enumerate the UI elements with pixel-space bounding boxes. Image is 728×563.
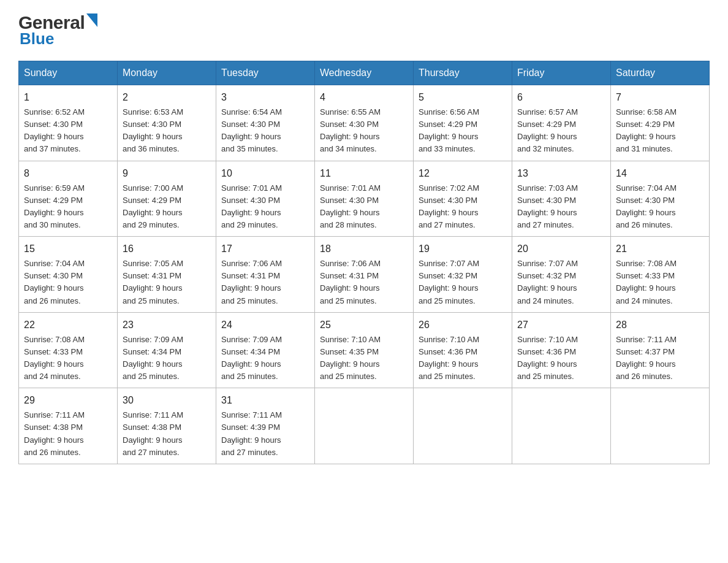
header-monday: Monday [118,61,216,85]
header-saturday: Saturday [611,61,710,85]
calendar-cell: 9 Sunrise: 7:00 AMSunset: 4:29 PMDayligh… [118,161,216,237]
day-number: 27 [517,318,605,332]
day-number: 11 [320,166,408,181]
calendar-cell: 20 Sunrise: 7:07 AMSunset: 4:32 PMDaylig… [512,237,611,313]
day-number: 23 [123,318,211,332]
calendar-cell: 16 Sunrise: 7:05 AMSunset: 4:31 PMDaylig… [118,237,216,313]
day-info: Sunrise: 6:53 AMSunset: 4:30 PMDaylight:… [123,107,183,153]
calendar-cell: 14 Sunrise: 7:04 AMSunset: 4:30 PMDaylig… [611,161,710,237]
day-info: Sunrise: 7:08 AMSunset: 4:33 PMDaylight:… [24,335,85,381]
day-number: 10 [221,166,309,181]
header-thursday: Thursday [414,61,512,85]
day-info: Sunrise: 7:11 AMSunset: 4:38 PMDaylight:… [24,410,85,456]
logo: General Blue [18,12,97,48]
day-info: Sunrise: 7:11 AMSunset: 4:39 PMDaylight:… [221,410,282,456]
day-number: 3 [221,90,309,105]
calendar-cell: 24 Sunrise: 7:09 AMSunset: 4:34 PMDaylig… [216,312,315,388]
day-info: Sunrise: 7:06 AMSunset: 4:31 PMDaylight:… [320,259,381,305]
calendar-cell: 11 Sunrise: 7:01 AMSunset: 4:30 PMDaylig… [315,161,414,237]
logo-blue-text: Blue [20,29,54,48]
day-number: 26 [419,318,507,332]
calendar-header-row: SundayMondayTuesdayWednesdayThursdayFrid… [19,61,710,85]
calendar-cell: 29 Sunrise: 7:11 AMSunset: 4:38 PMDaylig… [19,388,118,464]
calendar-cell: 2 Sunrise: 6:53 AMSunset: 4:30 PMDayligh… [118,85,216,161]
calendar-cell: 28 Sunrise: 7:11 AMSunset: 4:37 PMDaylig… [611,312,710,388]
day-info: Sunrise: 7:06 AMSunset: 4:31 PMDaylight:… [221,259,282,305]
day-number: 20 [517,242,605,256]
calendar-cell: 6 Sunrise: 6:57 AMSunset: 4:29 PMDayligh… [512,85,611,161]
calendar-cell: 17 Sunrise: 7:06 AMSunset: 4:31 PMDaylig… [216,237,315,313]
day-info: Sunrise: 6:56 AMSunset: 4:29 PMDaylight:… [419,107,479,153]
calendar-week-row: 1 Sunrise: 6:52 AMSunset: 4:30 PMDayligh… [19,85,710,161]
day-info: Sunrise: 7:09 AMSunset: 4:34 PMDaylight:… [221,335,282,381]
day-number: 18 [320,242,408,256]
day-info: Sunrise: 6:55 AMSunset: 4:30 PMDaylight:… [320,107,381,153]
day-number: 21 [616,242,704,256]
day-number: 5 [419,90,507,105]
calendar-cell: 26 Sunrise: 7:10 AMSunset: 4:36 PMDaylig… [414,312,512,388]
calendar-cell: 31 Sunrise: 7:11 AMSunset: 4:39 PMDaylig… [216,388,315,464]
calendar-cell [611,388,710,464]
calendar-week-row: 15 Sunrise: 7:04 AMSunset: 4:30 PMDaylig… [19,237,710,313]
day-number: 25 [320,318,408,332]
logo-triangle-icon [86,13,97,29]
day-info: Sunrise: 7:01 AMSunset: 4:30 PMDaylight:… [221,183,282,229]
day-number: 4 [320,90,408,105]
day-info: Sunrise: 7:11 AMSunset: 4:37 PMDaylight:… [616,335,677,381]
day-number: 22 [24,318,112,332]
day-number: 24 [221,318,309,332]
day-info: Sunrise: 7:05 AMSunset: 4:31 PMDaylight:… [123,259,183,305]
day-number: 19 [419,242,507,256]
day-info: Sunrise: 7:11 AMSunset: 4:38 PMDaylight:… [123,410,183,456]
calendar-cell: 5 Sunrise: 6:56 AMSunset: 4:29 PMDayligh… [414,85,512,161]
calendar-week-row: 29 Sunrise: 7:11 AMSunset: 4:38 PMDaylig… [19,388,710,464]
day-info: Sunrise: 6:57 AMSunset: 4:29 PMDaylight:… [517,107,578,153]
calendar-cell: 25 Sunrise: 7:10 AMSunset: 4:35 PMDaylig… [315,312,414,388]
day-number: 17 [221,242,309,256]
day-number: 7 [616,90,704,105]
header-wednesday: Wednesday [315,61,414,85]
calendar-cell: 18 Sunrise: 7:06 AMSunset: 4:31 PMDaylig… [315,237,414,313]
day-number: 28 [616,318,704,332]
day-number: 14 [616,166,704,181]
day-info: Sunrise: 6:54 AMSunset: 4:30 PMDaylight:… [221,107,282,153]
calendar-table: SundayMondayTuesdayWednesdayThursdayFrid… [18,61,710,464]
day-info: Sunrise: 7:10 AMSunset: 4:35 PMDaylight:… [320,335,381,381]
day-number: 29 [24,393,112,408]
day-number: 16 [123,242,211,256]
header-friday: Friday [512,61,611,85]
day-number: 6 [517,90,605,105]
svg-marker-0 [86,13,97,27]
day-number: 2 [123,90,211,105]
calendar-cell: 3 Sunrise: 6:54 AMSunset: 4:30 PMDayligh… [216,85,315,161]
calendar-cell: 27 Sunrise: 7:10 AMSunset: 4:36 PMDaylig… [512,312,611,388]
calendar-cell: 13 Sunrise: 7:03 AMSunset: 4:30 PMDaylig… [512,161,611,237]
header-sunday: Sunday [19,61,118,85]
calendar-cell: 23 Sunrise: 7:09 AMSunset: 4:34 PMDaylig… [118,312,216,388]
day-number: 13 [517,166,605,181]
day-info: Sunrise: 6:52 AMSunset: 4:30 PMDaylight:… [24,107,85,153]
day-info: Sunrise: 7:10 AMSunset: 4:36 PMDaylight:… [517,335,578,381]
day-info: Sunrise: 7:07 AMSunset: 4:32 PMDaylight:… [419,259,479,305]
day-info: Sunrise: 7:00 AMSunset: 4:29 PMDaylight:… [123,183,183,229]
day-info: Sunrise: 7:07 AMSunset: 4:32 PMDaylight:… [517,259,578,305]
day-info: Sunrise: 7:04 AMSunset: 4:30 PMDaylight:… [24,259,85,305]
calendar-cell: 10 Sunrise: 7:01 AMSunset: 4:30 PMDaylig… [216,161,315,237]
day-info: Sunrise: 6:59 AMSunset: 4:29 PMDaylight:… [24,183,85,229]
calendar-cell [315,388,414,464]
day-number: 30 [123,393,211,408]
day-number: 15 [24,242,112,256]
calendar-cell: 19 Sunrise: 7:07 AMSunset: 4:32 PMDaylig… [414,237,512,313]
calendar-cell: 8 Sunrise: 6:59 AMSunset: 4:29 PMDayligh… [19,161,118,237]
calendar-cell [512,388,611,464]
calendar-cell: 4 Sunrise: 6:55 AMSunset: 4:30 PMDayligh… [315,85,414,161]
calendar-cell [414,388,512,464]
day-number: 1 [24,90,112,105]
day-info: Sunrise: 7:04 AMSunset: 4:30 PMDaylight:… [616,183,677,229]
day-info: Sunrise: 7:03 AMSunset: 4:30 PMDaylight:… [517,183,578,229]
calendar-cell: 21 Sunrise: 7:08 AMSunset: 4:33 PMDaylig… [611,237,710,313]
calendar-week-row: 22 Sunrise: 7:08 AMSunset: 4:33 PMDaylig… [19,312,710,388]
day-info: Sunrise: 7:02 AMSunset: 4:30 PMDaylight:… [419,183,479,229]
calendar-cell: 7 Sunrise: 6:58 AMSunset: 4:29 PMDayligh… [611,85,710,161]
calendar-week-row: 8 Sunrise: 6:59 AMSunset: 4:29 PMDayligh… [19,161,710,237]
